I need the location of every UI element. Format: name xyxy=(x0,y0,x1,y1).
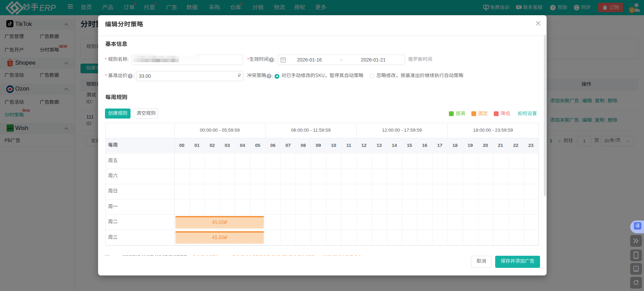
svg-text:?: ? xyxy=(268,74,270,78)
svg-text:?: ? xyxy=(129,74,131,78)
svg-text:?: ? xyxy=(635,267,637,270)
svg-text:?: ? xyxy=(270,58,272,62)
